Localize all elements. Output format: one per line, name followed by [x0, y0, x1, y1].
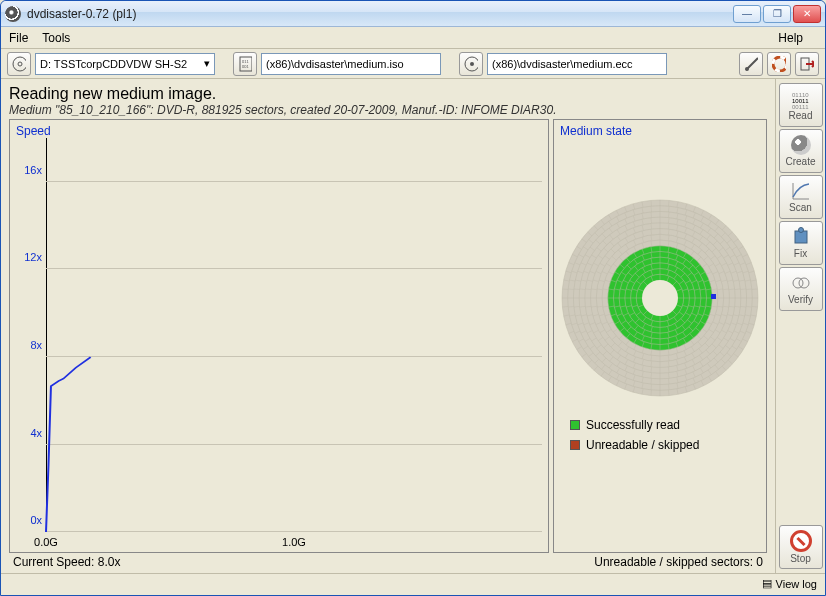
svg-point-6	[470, 62, 474, 66]
titlebar: dvdisaster-0.72 (pl1) — ❐ ✕	[1, 1, 825, 27]
drive-icon-button[interactable]	[7, 52, 31, 76]
statusbar: ▤ View log	[1, 573, 825, 593]
ytick: 0x	[16, 514, 42, 526]
speed-title: Speed	[16, 124, 542, 138]
svg-point-619	[798, 228, 803, 233]
legend-bad-swatch	[570, 440, 580, 450]
fix-button[interactable]: Fix	[779, 221, 823, 265]
status-heading: Reading new medium image.	[9, 85, 767, 103]
create-label: Create	[785, 156, 815, 167]
speed-chart: 0x 4x 8x 12x 16x 0.0G 1.0G	[46, 138, 542, 532]
ytick: 4x	[16, 427, 42, 439]
svg-point-1	[18, 62, 22, 66]
binary-icon: 011101001100111	[791, 89, 811, 109]
xtick: 1.0G	[282, 536, 306, 548]
image-path-value: (x86)\dvdisaster\medium.iso	[266, 58, 404, 70]
svg-text:001: 001	[242, 64, 249, 69]
puzzle-icon	[791, 227, 811, 247]
current-speed: Current Speed: 8.0x	[13, 555, 120, 569]
preferences-button[interactable]	[739, 52, 763, 76]
scan-label: Scan	[789, 202, 812, 213]
xtick: 0.0G	[34, 536, 58, 548]
verify-icon	[791, 273, 811, 293]
svg-point-621	[799, 278, 809, 288]
main-area: Reading new medium image. Medium "85_10_…	[1, 79, 775, 573]
speed-panel: Speed 0x 4x 8x 12x 16x 0.0G	[9, 119, 549, 553]
menu-help[interactable]: Help	[778, 31, 803, 45]
svg-point-620	[793, 278, 803, 288]
footer-info: Current Speed: 8.0x Unreadable / skipped…	[9, 553, 767, 573]
speed-line	[46, 138, 542, 532]
fix-label: Fix	[794, 248, 807, 259]
medium-panel: Medium state Successfully read	[553, 119, 767, 553]
ytick: 16x	[16, 164, 42, 176]
ytick: 8x	[16, 339, 42, 351]
verify-button[interactable]: Verify	[779, 267, 823, 311]
scan-button[interactable]: Scan	[779, 175, 823, 219]
ecc-file-icon-button[interactable]	[459, 52, 483, 76]
svg-point-613	[642, 280, 678, 316]
lifebuoy-icon	[772, 56, 786, 72]
image-path-field[interactable]: (x86)\dvdisaster\medium.iso	[261, 53, 441, 75]
disc-icon	[12, 56, 26, 72]
close-button[interactable]: ✕	[793, 5, 821, 23]
read-button[interactable]: 011101001100111 Read	[779, 83, 823, 127]
legend: Successfully read Unreadable / skipped	[560, 418, 760, 452]
create-button[interactable]: Create	[779, 129, 823, 173]
menubar: File Tools Help	[1, 27, 825, 49]
exit-icon	[800, 56, 814, 72]
window-title: dvdisaster-0.72 (pl1)	[27, 7, 733, 21]
rightbar: 011101001100111 Read Create Scan Fix Ver…	[775, 79, 825, 573]
svg-point-0	[13, 57, 26, 71]
menu-file[interactable]: File	[9, 31, 28, 45]
view-log-link[interactable]: View log	[776, 578, 817, 590]
drive-select[interactable]: D: TSSTcorpCDDVDW SH-S2 ▾	[35, 53, 215, 75]
curve-icon	[791, 181, 811, 201]
medium-title: Medium state	[560, 124, 760, 138]
minimize-button[interactable]: —	[733, 5, 761, 23]
stop-button[interactable]: Stop	[779, 525, 823, 569]
legend-bad-label: Unreadable / skipped	[586, 438, 699, 452]
menu-tools[interactable]: Tools	[42, 31, 70, 45]
ecc-disc-icon	[464, 56, 478, 72]
binary-file-icon: 011001	[238, 56, 252, 72]
legend-ok-label: Successfully read	[586, 418, 680, 432]
svg-text:00111: 00111	[792, 104, 809, 109]
read-label: Read	[789, 110, 813, 121]
svg-point-7	[745, 67, 749, 71]
ecc-path-value: (x86)\dvdisaster\medium.ecc	[492, 58, 633, 70]
ecc-path-field[interactable]: (x86)\dvdisaster\medium.ecc	[487, 53, 667, 75]
legend-ok-swatch	[570, 420, 580, 430]
verify-label: Verify	[788, 294, 813, 305]
ytick: 12x	[16, 251, 42, 263]
drive-select-value: D: TSSTcorpCDDVDW SH-S2	[40, 58, 204, 70]
image-file-icon-button[interactable]: 011001	[233, 52, 257, 76]
unreadable-count: Unreadable / skipped sectors: 0	[594, 555, 763, 569]
quit-button[interactable]	[795, 52, 819, 76]
maximize-button[interactable]: ❐	[763, 5, 791, 23]
tools-icon	[744, 56, 758, 72]
yinyang-icon	[791, 135, 811, 155]
status-sub: Medium "85_10_210_166": DVD-R, 881925 se…	[9, 103, 767, 117]
log-icon: ▤	[762, 577, 772, 590]
chevron-down-icon: ▾	[204, 57, 210, 70]
svg-rect-614	[711, 294, 716, 299]
stop-icon	[790, 530, 812, 552]
stop-label: Stop	[790, 553, 811, 564]
help-button[interactable]	[767, 52, 791, 76]
app-icon	[5, 6, 21, 22]
medium-disc	[560, 198, 760, 398]
toolbar: D: TSSTcorpCDDVDW SH-S2 ▾ 011001 (x86)\d…	[1, 49, 825, 79]
